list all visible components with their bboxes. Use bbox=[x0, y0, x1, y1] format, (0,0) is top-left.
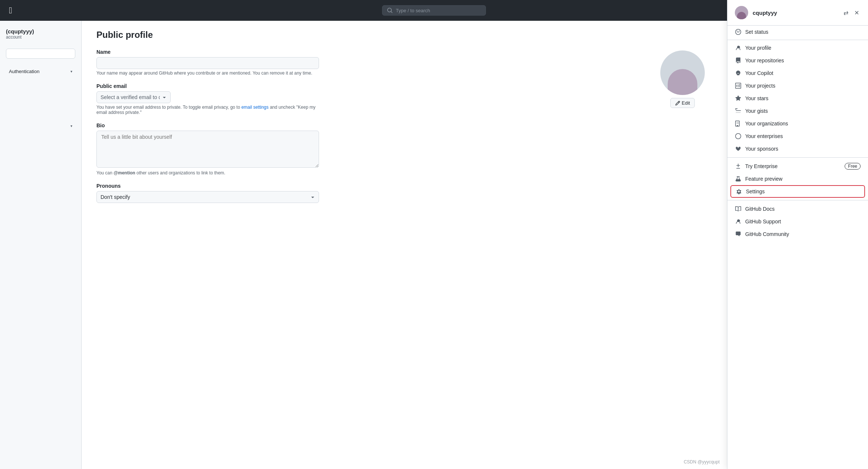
heart-icon bbox=[735, 145, 742, 152]
panel-your-profile[interactable]: Your profile bbox=[727, 42, 868, 54]
org-icon bbox=[735, 120, 742, 127]
your-projects-label: Your projects bbox=[745, 83, 861, 89]
panel-your-stars[interactable]: Your stars bbox=[727, 92, 868, 105]
sidebar-account-label: account bbox=[6, 35, 75, 40]
page-title: Public profile bbox=[96, 30, 712, 40]
sidebar-item-authentication[interactable]: Authentication ▾ bbox=[3, 66, 78, 76]
project-icon bbox=[735, 82, 742, 89]
pencil-icon bbox=[675, 101, 680, 106]
panel-set-status[interactable]: Set status bbox=[727, 26, 868, 38]
your-gists-label: Your gists bbox=[745, 108, 861, 114]
sidebar-item-label: Authentication bbox=[9, 69, 39, 74]
panel-github-community[interactable]: GitHub Community bbox=[727, 228, 868, 240]
avatar-figure bbox=[668, 69, 697, 95]
try-enterprise-label: Try Enterprise bbox=[745, 163, 841, 169]
panel-your-enterprises[interactable]: Your enterprises bbox=[727, 130, 868, 142]
sidebar-user-section: (cquptyyy) account bbox=[0, 28, 81, 46]
search-icon bbox=[387, 7, 393, 13]
email-hint-text: You have set your email address to priva… bbox=[96, 105, 241, 110]
name-input[interactable] bbox=[96, 57, 319, 69]
enterprise-free-badge: Free bbox=[845, 163, 861, 170]
profile-picture-section: Edit bbox=[660, 50, 705, 108]
panel-username: cquptyyy bbox=[753, 10, 838, 16]
pronouns-label: Pronouns bbox=[96, 183, 319, 189]
avatar bbox=[660, 50, 705, 95]
bio-label: Bio bbox=[96, 122, 319, 128]
your-organizations-label: Your organizations bbox=[745, 121, 861, 127]
edit-button-label: Edit bbox=[682, 100, 690, 106]
your-profile-label: Your profile bbox=[745, 45, 861, 51]
chevron-down-icon-2: ▾ bbox=[70, 124, 72, 128]
panel-github-support[interactable]: GitHub Support bbox=[727, 215, 868, 228]
your-stars-label: Your stars bbox=[745, 95, 861, 101]
github-support-label: GitHub Support bbox=[745, 219, 861, 224]
panel-header: cquptyyy ⇄ ✕ bbox=[727, 0, 868, 26]
your-sponsors-label: Your sponsors bbox=[745, 146, 861, 152]
topbar:  Type / to search bbox=[0, 0, 727, 21]
right-panel: cquptyyy ⇄ ✕ Set status Your profile bbox=[727, 0, 868, 469]
your-copilot-label: Your Copilot bbox=[745, 70, 861, 76]
book-icon bbox=[735, 206, 742, 212]
settings-gear-icon bbox=[736, 188, 742, 195]
search-bar[interactable]: Type / to search bbox=[382, 5, 486, 16]
your-repositories-label: Your repositories bbox=[745, 58, 861, 63]
panel-your-repositories[interactable]: Your repositories bbox=[727, 54, 868, 67]
upload-icon bbox=[735, 163, 742, 170]
watermark: CSDN @yyycqupt bbox=[684, 459, 720, 465]
panel-your-gists[interactable]: Your gists bbox=[727, 105, 868, 117]
star-icon bbox=[735, 95, 742, 102]
panel-avatar-figure bbox=[737, 12, 746, 19]
switch-account-icon[interactable]: ⇄ bbox=[842, 8, 850, 18]
github-community-label: GitHub Community bbox=[745, 231, 861, 237]
panel-your-sponsors[interactable]: Your sponsors bbox=[727, 142, 868, 155]
gist-icon bbox=[735, 108, 742, 114]
support-icon bbox=[735, 218, 742, 225]
name-label: Name bbox=[96, 49, 319, 55]
panel-feature-preview[interactable]: Feature preview bbox=[727, 173, 868, 185]
github-docs-label: GitHub Docs bbox=[745, 206, 861, 212]
settings-label: Settings bbox=[746, 188, 860, 194]
set-status-label: Set status bbox=[745, 29, 861, 35]
panel-github-docs[interactable]: GitHub Docs bbox=[727, 203, 868, 215]
email-settings-link[interactable]: email settings bbox=[241, 105, 269, 110]
panel-your-projects[interactable]: Your projects bbox=[727, 79, 868, 92]
main-content: Public profile Name Your name may appear… bbox=[82, 21, 727, 469]
sidebar-item-section2[interactable]: ▾ bbox=[3, 122, 78, 130]
repo-icon bbox=[735, 57, 742, 64]
panel-divider-2 bbox=[727, 157, 868, 158]
copilot-icon bbox=[735, 70, 742, 76]
sidebar-username: (cquptyyy) bbox=[6, 28, 75, 35]
beaker-icon bbox=[735, 176, 742, 182]
panel-settings[interactable]: Settings bbox=[731, 186, 864, 197]
community-icon bbox=[735, 231, 742, 237]
left-sidebar: (cquptyyy) account Authentication ▾ ▾ bbox=[0, 21, 82, 469]
panel-avatar bbox=[735, 6, 748, 19]
email-select[interactable]: Select a verified email to display bbox=[96, 91, 171, 103]
email-hint: You have set your email address to priva… bbox=[96, 105, 319, 115]
chevron-down-icon: ▾ bbox=[70, 69, 72, 73]
settings-highlight-box: Settings bbox=[730, 185, 865, 198]
name-hint: Your name may appear around GitHub where… bbox=[96, 70, 319, 76]
bio-hint: You can @mention other users and organiz… bbox=[96, 170, 319, 176]
bio-form-group: Bio You can @mention other users and org… bbox=[96, 122, 319, 176]
sidebar-search-input[interactable] bbox=[6, 49, 75, 59]
panel-divider-1 bbox=[727, 40, 868, 40]
bio-textarea[interactable] bbox=[96, 131, 319, 168]
public-email-label: Public email bbox=[96, 83, 319, 89]
pronouns-select[interactable]: Don't specify he/him she/her they/them bbox=[96, 191, 319, 203]
name-form-group: Name Your name may appear around GitHub … bbox=[96, 49, 319, 76]
panel-try-enterprise[interactable]: Try Enterprise Free bbox=[727, 160, 868, 173]
smiley-icon bbox=[735, 29, 742, 35]
profile-form: Name Your name may appear around GitHub … bbox=[96, 49, 319, 203]
pronouns-form-group: Pronouns Don't specify he/him she/her th… bbox=[96, 183, 319, 203]
your-enterprises-label: Your enterprises bbox=[745, 133, 861, 139]
close-icon[interactable]: ✕ bbox=[853, 8, 861, 18]
panel-your-copilot[interactable]: Your Copilot bbox=[727, 67, 868, 79]
panel-your-organizations[interactable]: Your organizations bbox=[727, 117, 868, 130]
panel-divider-3 bbox=[727, 200, 868, 200]
search-placeholder-text: Type / to search bbox=[396, 8, 430, 13]
edit-profile-picture-button[interactable]: Edit bbox=[670, 98, 695, 108]
public-email-form-group: Public email Select a verified email to … bbox=[96, 83, 319, 115]
panel-header-icons: ⇄ ✕ bbox=[842, 8, 861, 18]
feature-preview-label: Feature preview bbox=[745, 176, 861, 182]
